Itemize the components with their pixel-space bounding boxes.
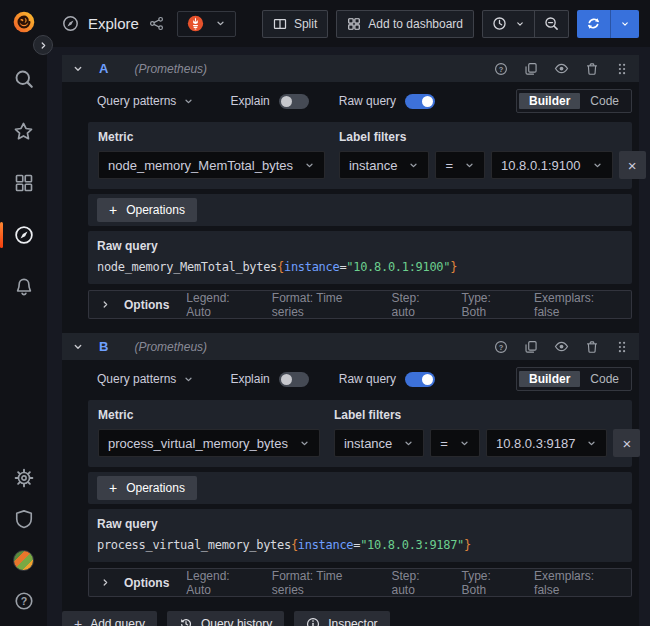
option-step: Step: auto <box>392 291 445 319</box>
share-icon[interactable] <box>149 16 164 31</box>
filter-operator-select[interactable]: = <box>435 151 485 179</box>
sidebar-item-search[interactable] <box>0 68 47 90</box>
info-circle-icon <box>306 617 320 626</box>
filter-value-select[interactable]: 10.8.0.3:9187 <box>486 429 608 457</box>
collapse-chevron-icon[interactable] <box>72 63 84 75</box>
filter-operator-select[interactable]: = <box>430 429 480 457</box>
chevron-down-icon <box>464 160 475 171</box>
operations-panel: + Operations <box>88 194 632 226</box>
inspector-button[interactable]: Inspector <box>294 611 389 626</box>
raw-query-expression: process_virtual_memory_bytes{instance="1… <box>97 538 623 552</box>
query-patterns-dropdown[interactable]: Query patterns <box>97 372 194 386</box>
sidebar-item-alerting[interactable] <box>0 276 47 298</box>
sidebar-expand-button[interactable] <box>33 35 53 55</box>
sidebar-item-explore[interactable] <box>0 224 47 246</box>
add-operation-button[interactable]: + Operations <box>97 198 197 222</box>
options-collapsed-row[interactable]: Options Legend: Auto Format: Time series… <box>88 290 632 319</box>
explain-toggle[interactable] <box>279 94 309 109</box>
chevron-down-icon <box>515 19 525 29</box>
metric-select[interactable]: node_memory_MemTotal_bytes <box>98 151 325 179</box>
metric-select[interactable]: process_virtual_memory_bytes <box>98 429 320 457</box>
metric-label: Metric <box>98 408 320 422</box>
disable-query-eye-icon[interactable] <box>554 61 569 76</box>
query-ref-id: B <box>99 339 108 354</box>
time-picker-button[interactable] <box>483 11 534 37</box>
duplicate-query-icon[interactable] <box>524 340 538 354</box>
close-icon: × <box>628 157 637 174</box>
metric-label: Metric <box>98 130 325 144</box>
sidebar-item-configuration[interactable] <box>0 467 47 489</box>
raw-query-title: Raw query <box>97 517 623 531</box>
remove-query-trash-icon[interactable] <box>585 340 599 354</box>
prometheus-icon <box>187 15 204 32</box>
remove-filter-button[interactable]: × <box>619 151 646 179</box>
shield-icon <box>14 509 34 529</box>
query-row-actions <box>494 339 629 354</box>
collapse-chevron-icon[interactable] <box>72 341 84 353</box>
filter-key-select[interactable]: instance <box>334 429 424 457</box>
datasource-help-icon[interactable] <box>494 62 508 76</box>
filter-operator-value: = <box>440 436 448 451</box>
sidebar-item-server-admin[interactable] <box>0 508 47 530</box>
add-operation-button[interactable]: + Operations <box>97 476 197 500</box>
disable-query-eye-icon[interactable] <box>554 339 569 354</box>
builder-mode-option[interactable]: Builder <box>519 371 580 387</box>
option-format: Format: Time series <box>272 569 375 597</box>
remove-query-trash-icon[interactable] <box>585 62 599 76</box>
chevron-down-icon <box>408 160 419 171</box>
query-row-header[interactable]: A (Prometheus) <box>62 55 639 82</box>
operations-panel: + Operations <box>88 472 632 504</box>
filter-value-select[interactable]: 10.8.0.1:9100 <box>491 151 613 179</box>
chevron-down-icon <box>304 160 315 171</box>
options-collapsed-row[interactable]: Options Legend: Auto Format: Time series… <box>88 568 632 597</box>
remove-filter-button[interactable]: × <box>613 429 640 457</box>
sidebar-item-help[interactable] <box>0 590 47 612</box>
add-to-dashboard-button[interactable]: Add to dashboard <box>336 10 474 38</box>
split-label: Split <box>294 17 317 31</box>
sidebar-item-profile[interactable] <box>0 549 47 571</box>
run-query-interval-dropdown[interactable] <box>610 10 639 38</box>
sidebar-item-starred[interactable] <box>0 120 47 142</box>
add-query-button[interactable]: + Add query <box>62 611 157 626</box>
query-history-button[interactable]: Query history <box>167 611 284 626</box>
code-mode-option[interactable]: Code <box>580 371 629 387</box>
compass-icon <box>14 225 34 245</box>
split-button[interactable]: Split <box>262 10 328 38</box>
history-icon <box>179 617 193 626</box>
run-query-button[interactable] <box>577 10 610 38</box>
option-type: Type: Both <box>462 291 518 319</box>
sidebar-item-dashboards[interactable] <box>0 172 47 194</box>
label-filters-field: Label filters instance = 10.8. <box>339 130 650 179</box>
page-title: Explore <box>88 15 139 32</box>
time-zoom-out-button[interactable] <box>534 11 568 37</box>
code-mode-option[interactable]: Code <box>580 93 629 109</box>
sidebar <box>0 0 47 626</box>
query-patterns-dropdown[interactable]: Query patterns <box>97 94 194 108</box>
plus-icon: + <box>109 202 117 218</box>
raw-query-toggle[interactable] <box>405 372 435 387</box>
chevron-down-icon <box>215 18 226 29</box>
duplicate-query-icon[interactable] <box>524 62 538 76</box>
metric-labels-panel: Metric node_memory_MemTotal_bytes Label … <box>88 122 632 189</box>
inspector-label: Inspector <box>328 617 377 626</box>
drag-handle-icon[interactable] <box>615 340 629 354</box>
metric-value: process_virtual_memory_bytes <box>108 436 288 451</box>
drag-handle-icon[interactable] <box>615 62 629 76</box>
builder-mode-option[interactable]: Builder <box>519 93 580 109</box>
filter-key-value: instance <box>344 436 392 451</box>
datasource-help-icon[interactable] <box>494 340 508 354</box>
query-row-actions <box>494 61 629 76</box>
explain-toggle[interactable] <box>279 372 309 387</box>
option-step: Step: auto <box>392 569 445 597</box>
raw-query-expression: node_memory_MemTotal_bytes{instance="10.… <box>97 260 623 274</box>
explain-label: Explain <box>230 372 269 386</box>
datasource-picker[interactable] <box>177 11 236 37</box>
query-history-label: Query history <box>201 617 272 626</box>
grafana-logo-icon[interactable] <box>11 9 37 35</box>
query-row-header[interactable]: B (Prometheus) <box>62 333 639 360</box>
raw-query-toggle[interactable] <box>405 94 435 109</box>
split-icon <box>273 17 287 31</box>
chevron-down-icon <box>586 438 597 449</box>
explore-compass-icon <box>62 15 79 32</box>
filter-key-select[interactable]: instance <box>339 151 429 179</box>
